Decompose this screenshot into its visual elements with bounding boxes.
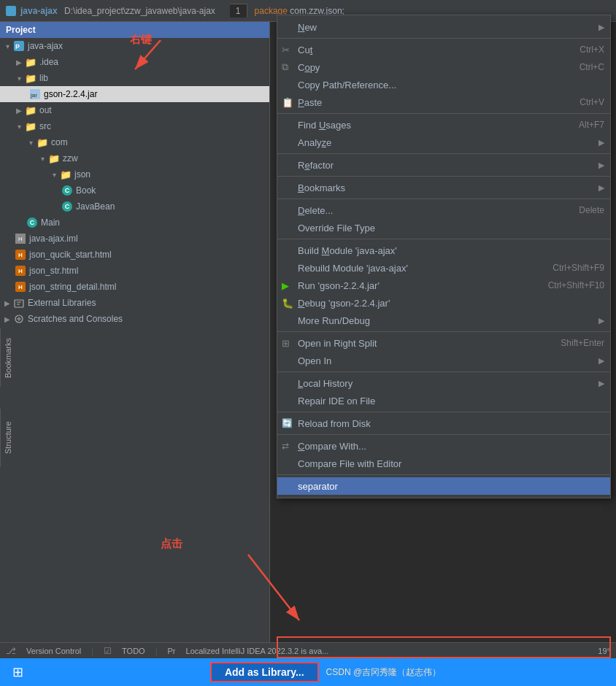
menu-item-rebuild-module[interactable]: Rebuild Module 'java-ajax' Ctrl+Shift+F9 xyxy=(277,259,610,277)
separator-8 xyxy=(277,371,610,372)
submenu-arrow-refactor: ▶ xyxy=(598,161,604,170)
menu-item-analyze[interactable]: Analyze ▶ xyxy=(277,134,610,151)
context-menu: New ▶ ✂ Cut Ctrl+X ⧉ Copy Ctrl+C Copy Pa… xyxy=(277,15,611,498)
structure-tab[interactable]: Structure xyxy=(0,409,15,467)
tree-item-json-string-detail[interactable]: H json_string_detail.html xyxy=(0,279,269,295)
menu-item-reload-disk[interactable]: 🔄 Reload from Disk xyxy=(277,415,610,432)
menu-item-delete[interactable]: Delete... Delete xyxy=(277,201,610,219)
menu-item-refactor[interactable]: Refactor ▶ xyxy=(277,156,610,174)
menu-item-local-history[interactable]: Local History ▶ xyxy=(277,374,610,392)
icon-gson-jar: jar xyxy=(29,88,41,100)
svg-text:jar: jar xyxy=(30,92,37,99)
menu-item-debug[interactable]: 🐛 Debug 'gson-2.2.4.jar' xyxy=(277,294,610,312)
separator-6 xyxy=(277,239,610,239)
bookmarks-label: Bookmarks xyxy=(4,337,12,377)
menu-item-repair-ide[interactable]: Repair IDE on File xyxy=(277,392,610,409)
label-json: json xyxy=(74,169,91,180)
tree-item-scratches[interactable]: ▶ Scratches and Consoles xyxy=(0,311,269,327)
menu-label-override-file-type: Override File Type xyxy=(298,223,375,234)
shortcut-rebuild-module: Ctrl+Shift+F9 xyxy=(553,263,604,273)
split-icon: ⊞ xyxy=(282,338,290,349)
arrow-src: ▾ xyxy=(15,122,23,131)
shortcut-run: Ctrl+Shift+F10 xyxy=(548,280,604,290)
menu-label-open-in: Open In xyxy=(298,355,331,366)
status-todo[interactable]: TODO xyxy=(122,647,145,655)
submenu-arrow-local-history: ▶ xyxy=(598,379,604,388)
svg-rect-4 xyxy=(15,300,23,307)
status-bar: ⎇ Version Control | ☑ TODO | Pr Localize… xyxy=(0,642,616,658)
menu-label-new: New xyxy=(298,22,317,33)
copy-icon: ⧉ xyxy=(282,61,288,73)
compare-icon: ⇄ xyxy=(282,441,289,451)
separator-5 xyxy=(277,199,610,199)
separator-3 xyxy=(277,153,610,154)
icon-scratches xyxy=(13,313,25,325)
menu-label-paste: Paste xyxy=(298,97,322,108)
menu-label-run: Run 'gson-2.2.4.jar' xyxy=(298,280,380,291)
menu-item-compare-file-editor[interactable]: Compare File with Editor xyxy=(277,455,610,472)
tree-item-json-quick[interactable]: H json_qucik_start.html xyxy=(0,247,269,263)
tree-item-gson-jar[interactable]: jar gson-2.2.4.jar xyxy=(0,86,269,102)
status-message: Localized IntelliJ IDEA 2022.3.2 is ava.… xyxy=(186,647,588,655)
separator-7 xyxy=(277,331,610,332)
menu-label-build-module: Build Module 'java-ajax' xyxy=(298,245,397,256)
shortcut-open-right-split: Shift+Enter xyxy=(561,338,604,348)
run-icon: ▶ xyxy=(282,280,289,291)
status-pro[interactable]: Pr xyxy=(168,647,176,655)
menu-label-refactor: Refactor xyxy=(298,160,334,171)
separator-10 xyxy=(277,434,610,435)
icon-iml: H xyxy=(15,233,26,244)
label-scratches: Scratches and Consoles xyxy=(28,314,123,324)
menu-item-override-file-type[interactable]: Override File Type xyxy=(277,219,610,236)
tree-item-zzw[interactable]: ▾ 📁 zzw xyxy=(0,150,269,166)
menu-item-find-usages[interactable]: Find Usages Alt+F7 xyxy=(277,116,610,134)
icon-java-ajax: P xyxy=(13,40,25,52)
menu-item-copy[interactable]: ⧉ Copy Ctrl+C xyxy=(277,58,610,76)
menu-item-compare-with[interactable]: ⇄ Compare With... xyxy=(277,437,610,455)
arrow-to-gson xyxy=(124,36,182,80)
submenu-arrow-analyze: ▶ xyxy=(598,138,604,147)
submenu-arrow-bookmarks: ▶ xyxy=(598,183,604,193)
tree-item-iml[interactable]: H java-ajax.iml xyxy=(0,231,269,247)
tree-item-main[interactable]: C Main xyxy=(0,215,269,231)
shortcut-copy: Ctrl+C xyxy=(580,62,604,72)
label-iml: java-ajax.iml xyxy=(29,234,78,244)
tree-item-book[interactable]: C Book xyxy=(0,182,269,199)
icon-json-str: H xyxy=(15,265,26,277)
menu-item-open-in[interactable]: Open In ▶ xyxy=(277,352,610,369)
windows-logo[interactable]: ⊞ xyxy=(7,662,28,682)
tree-item-ext-lib[interactable]: ▶ External Libraries xyxy=(0,295,269,311)
icon-ext-lib xyxy=(13,297,25,309)
menu-item-build-module[interactable]: Build Module 'java-ajax' xyxy=(277,242,610,259)
menu-item-run[interactable]: ▶ Run 'gson-2.2.4.jar' Ctrl+Shift+F10 xyxy=(277,277,610,294)
menu-item-open-right-split[interactable]: ⊞ Open in Right Split Shift+Enter xyxy=(277,334,610,352)
menu-item-new[interactable]: New ▶ xyxy=(277,18,610,36)
menu-label-copy: Copy xyxy=(298,62,320,73)
taskbar-add-library-button[interactable]: Add as Library... xyxy=(210,662,319,682)
menu-item-cut[interactable]: ✂ Cut Ctrl+X xyxy=(277,41,610,58)
tree-item-javabean[interactable]: C JavaBean xyxy=(0,199,269,215)
tree-item-com[interactable]: ▾ 📁 com xyxy=(0,134,269,150)
label-ext-lib: External Libraries xyxy=(28,298,96,308)
arrow-scratches: ▶ xyxy=(3,315,12,323)
tree-item-json-str[interactable]: H json_str.html xyxy=(0,263,269,279)
icon-idea: 📁 xyxy=(25,56,36,68)
bookmarks-tab[interactable]: Bookmarks xyxy=(0,328,15,387)
tree-item-out[interactable]: ▶ 📁 out xyxy=(0,102,269,118)
menu-item-add-as-library[interactable]: separator xyxy=(277,477,610,495)
status-version-control[interactable]: Version Control xyxy=(26,647,81,655)
menu-label-compare-with: Compare With... xyxy=(298,441,366,452)
menu-item-copy-path[interactable]: Copy Path/Reference... xyxy=(277,76,610,93)
icon-json-string-detail: H xyxy=(15,281,26,293)
tree-item-json[interactable]: ▾ 📁 json xyxy=(0,166,269,182)
menu-label-repair-ide: Repair IDE on File xyxy=(298,396,375,406)
menu-label-add-as-library: separator xyxy=(298,481,338,492)
icon-out: 📁 xyxy=(25,104,36,116)
menu-item-more-run-debug[interactable]: More Run/Debug ▶ xyxy=(277,312,610,329)
menu-item-paste[interactable]: 📋 Paste Ctrl+V xyxy=(277,93,610,111)
tree-item-src[interactable]: ▾ 📁 src xyxy=(0,118,269,134)
menu-item-bookmarks[interactable]: Bookmarks ▶ xyxy=(277,179,610,196)
arrow-lib: ▾ xyxy=(15,74,23,82)
reload-icon: 🔄 xyxy=(282,418,293,428)
label-json-string-detail: json_string_detail.html xyxy=(29,282,116,292)
